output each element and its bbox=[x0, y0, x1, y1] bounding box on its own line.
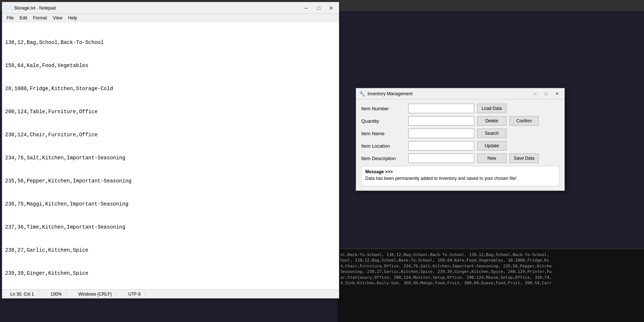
notepad-line-6: 234,76,Salt,Kitchen,Important-Seasoning bbox=[5, 154, 336, 162]
notepad-line-4: 200,124,Table,Furniture,Office bbox=[5, 108, 336, 116]
delete-button[interactable]: Delete bbox=[477, 116, 506, 126]
notepad-line-9: 237,36,Time,Kitchen,Important-Seasoning bbox=[5, 223, 336, 231]
dialog-close-button[interactable]: ✕ bbox=[553, 90, 561, 97]
notepad-line-5: 230,124,Chair,Furniture,Office bbox=[5, 131, 336, 139]
message-text: Data has been permanently added to inven… bbox=[365, 176, 555, 181]
message-label: Message >>> bbox=[365, 169, 555, 174]
notepad-title-bar: 📄 Storage.txt - Notepad ─ □ ✕ bbox=[2, 2, 339, 14]
item-number-label: Item Number bbox=[361, 106, 405, 111]
notepad-line-10: 238,27,Garlic,Kitchen,Spice bbox=[5, 247, 336, 254]
menu-view[interactable]: View bbox=[50, 15, 65, 21]
notepad-status-bar: Ln 30, Col 1 100% Windows (CRLF) UTF-8 bbox=[2, 289, 339, 298]
dialog-maximize-button[interactable]: □ bbox=[542, 90, 550, 97]
item-location-label: Item Location bbox=[361, 143, 405, 149]
notepad-line-11: 239,39,Ginger,Kitchen,Spice bbox=[5, 270, 336, 277]
status-line-col: Ln 30, Col 1 bbox=[6, 292, 39, 297]
item-location-row: Item Location Update bbox=[361, 141, 559, 151]
item-name-row: Item Name Search bbox=[361, 129, 559, 138]
notepad-line-3: 20,1000,Fridge,Kitchen,Storage-Cold bbox=[5, 85, 336, 93]
notepad-line-2: 150,64,Kale,Food,Vegetables bbox=[5, 62, 336, 70]
notepad-content[interactable]: 138,12,Bag,School,Back-To-School 150,64,… bbox=[2, 22, 339, 289]
notepad-close-button[interactable]: ✕ bbox=[326, 4, 336, 12]
menu-help[interactable]: Help bbox=[65, 15, 80, 21]
notepad-window: 📄 Storage.txt - Notepad ─ □ ✕ File Edit … bbox=[2, 2, 339, 299]
item-description-row: Item Description New Save Data bbox=[361, 153, 559, 163]
status-zoom: 100% bbox=[46, 292, 67, 297]
dialog-body: Item Number Load Data Quantity Delete Co… bbox=[356, 99, 564, 190]
update-button[interactable]: Update bbox=[477, 141, 506, 151]
item-description-label: Item Description bbox=[361, 156, 405, 161]
message-area: Message >>> Data has been permanently ad… bbox=[361, 166, 559, 186]
item-name-input[interactable] bbox=[408, 129, 474, 138]
terminal-line-6: 4,Sink,Kitchen,Daily-Use, 360,94,Mango,F… bbox=[340, 280, 641, 286]
notepad-line-1: 138,12,Bag,School,Back-To-School bbox=[5, 39, 336, 47]
notepad-line-7: 235,56,Pepper,Kitchen,Important-Seasonin… bbox=[5, 177, 336, 185]
status-encoding: UTF-8 bbox=[124, 292, 146, 297]
terminal-line-1: ol,Back-To-School, 138,12,Bag,School,Bac… bbox=[340, 252, 641, 258]
item-number-row: Item Number Load Data bbox=[361, 104, 559, 113]
notepad-title: Storage.txt - Notepad bbox=[14, 5, 299, 11]
new-button[interactable]: New bbox=[477, 153, 506, 163]
terminal-line-3: 4,Chair,Furniture,Office, 234,76,Salt,Ki… bbox=[340, 263, 641, 269]
status-line-ending: Windows (CRLF) bbox=[74, 292, 116, 297]
terminal-line-2: hool, 138,12,Bag,School,Back-To-School, … bbox=[340, 258, 641, 263]
load-data-button[interactable]: Load Data bbox=[477, 104, 506, 113]
dialog-minimize-button[interactable]: ─ bbox=[531, 90, 539, 97]
notepad-maximize-button[interactable]: □ bbox=[314, 4, 323, 12]
dialog-title-icon: 🔧 bbox=[359, 91, 365, 97]
menu-format[interactable]: Format bbox=[30, 15, 50, 21]
item-description-input[interactable] bbox=[408, 153, 474, 163]
terminal-line-5: er,Stationary,Office, 280,124,Monitor,Se… bbox=[340, 275, 641, 280]
quantity-input[interactable] bbox=[408, 116, 474, 126]
terminal-line-4: Seasoning, 238,27,Garlic,Kitchen,Spice, … bbox=[340, 269, 641, 274]
quantity-label: Quantity bbox=[361, 118, 405, 124]
search-button[interactable]: Search bbox=[477, 129, 506, 138]
menu-edit[interactable]: Edit bbox=[17, 15, 30, 21]
inventory-management-dialog: 🔧 Inventory Management ─ □ ✕ Item Number… bbox=[356, 88, 565, 191]
quantity-row: Quantity Delete Confirm bbox=[361, 116, 559, 126]
vscode-terminal: ol,Back-To-School, 138,12,Bag,School,Bac… bbox=[337, 249, 644, 322]
notepad-line-8: 236,75,Maggi,Kitchen,Important-Seasoning bbox=[5, 200, 336, 208]
confirm-button[interactable]: Confirm bbox=[509, 116, 539, 126]
menu-file[interactable]: File bbox=[4, 15, 17, 21]
notepad-icon: 📄 bbox=[5, 5, 11, 11]
item-location-input[interactable] bbox=[408, 141, 474, 151]
item-name-label: Item Name bbox=[361, 131, 405, 136]
item-number-input[interactable] bbox=[408, 104, 474, 113]
dialog-title-bar: 🔧 Inventory Management ─ □ ✕ bbox=[356, 88, 564, 99]
notepad-minimize-button[interactable]: ─ bbox=[301, 4, 311, 12]
dialog-title: Inventory Management bbox=[367, 91, 528, 96]
notepad-menu-bar: File Edit Format View Help bbox=[2, 14, 339, 22]
save-data-button[interactable]: Save Data bbox=[509, 153, 539, 163]
